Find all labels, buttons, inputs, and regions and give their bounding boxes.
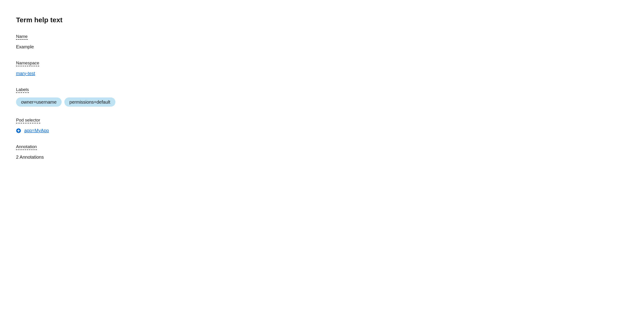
- labels-row: owner=username permissions=default: [16, 97, 628, 107]
- term-label-labels[interactable]: Labels: [16, 87, 29, 93]
- page-container: Term help text Name Example Namespace ma…: [0, 0, 644, 187]
- term-group-namespace: Namespace mary-test: [16, 61, 628, 76]
- label-chip[interactable]: owner=username: [16, 97, 62, 107]
- term-label-namespace[interactable]: Namespace: [16, 61, 39, 66]
- term-label-pod-selector[interactable]: Pod selector: [16, 118, 40, 123]
- page-title: Term help text: [16, 16, 628, 24]
- term-group-annotation: Annotation 2 Annotations: [16, 144, 628, 160]
- term-value-name: Example: [16, 44, 628, 50]
- term-group-labels: Labels owner=username permissions=defaul…: [16, 87, 628, 107]
- namespace-link[interactable]: mary-test: [16, 71, 35, 76]
- term-group-pod-selector: Pod selector app=MyApp: [16, 118, 628, 133]
- svg-rect-2: [18, 130, 20, 131]
- term-group-name: Name Example: [16, 34, 628, 50]
- pod-selector-row: app=MyApp: [16, 128, 628, 133]
- term-label-name[interactable]: Name: [16, 34, 28, 40]
- pod-selector-link[interactable]: app=MyApp: [24, 128, 49, 133]
- plus-circle-icon: [16, 128, 21, 133]
- term-value-annotation: 2 Annotations: [16, 155, 628, 160]
- label-chip[interactable]: permissions=default: [64, 97, 115, 107]
- term-label-annotation[interactable]: Annotation: [16, 144, 37, 150]
